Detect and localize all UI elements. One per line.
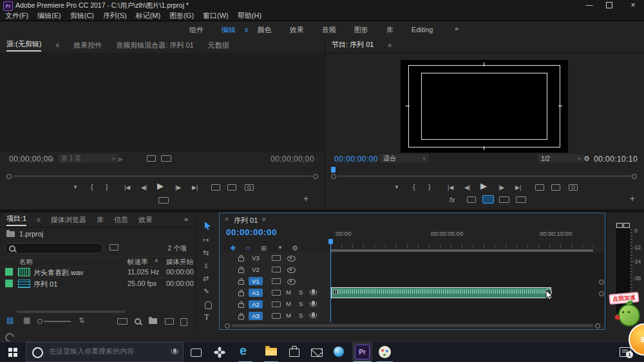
- lock-icon[interactable]: [238, 303, 244, 308]
- mute-button[interactable]: M: [286, 312, 291, 319]
- project-file-name[interactable]: 1.prproj: [19, 230, 43, 238]
- mark-in-icon[interactable]: {: [91, 182, 93, 191]
- timeline-vscroll-top-handle[interactable]: [599, 280, 604, 285]
- step-back-icon[interactable]: ◀|: [141, 183, 147, 192]
- drag-video-audio-icon[interactable]: [158, 197, 169, 204]
- track-badge-a1[interactable]: A1: [249, 289, 263, 297]
- timeline-tab-close-icon[interactable]: ×: [225, 216, 229, 223]
- source-patch-icon[interactable]: [272, 267, 281, 272]
- voiceover-record-icon[interactable]: [312, 301, 315, 305]
- list-view-button[interactable]: ▤: [6, 316, 14, 325]
- tab-audio-clip-mixer[interactable]: 音频剪辑混合器: 序列 01: [116, 41, 193, 50]
- mark-in-icon[interactable]: {: [413, 182, 415, 191]
- menu-graphics[interactable]: 图形(G): [169, 11, 194, 21]
- menu-edit[interactable]: 编辑(E): [37, 11, 61, 21]
- pen-tool-icon[interactable]: ✎: [204, 287, 209, 296]
- palette-app-icon[interactable]: [379, 346, 391, 358]
- playback-resolution-select[interactable]: 1/2˅: [538, 154, 584, 163]
- restore-button[interactable]: [606, 2, 612, 10]
- lock-icon[interactable]: [238, 280, 244, 285]
- tab-source[interactable]: 源:(无剪辑): [6, 39, 41, 52]
- track-select-tool-icon[interactable]: ↦: [203, 236, 209, 244]
- timeline-timecode[interactable]: 00:00:00:00: [226, 227, 277, 237]
- workspace-audio[interactable]: 音频: [313, 25, 345, 35]
- export-frame-icon[interactable]: [569, 184, 578, 191]
- next-page-icon[interactable]: ▶: [118, 155, 123, 164]
- workspace-color[interactable]: 颜色: [249, 25, 281, 35]
- source-patch-icon[interactable]: [272, 278, 281, 284]
- program-scrollbar[interactable]: [337, 175, 632, 177]
- workspace-libraries[interactable]: 库: [377, 25, 402, 35]
- go-to-in-icon[interactable]: |◀: [124, 183, 130, 192]
- program-panel-menu-icon[interactable]: ≡: [388, 42, 392, 49]
- step-back-icon[interactable]: ◀|: [464, 183, 470, 192]
- workspace-overflow-icon[interactable]: »: [455, 24, 459, 32]
- play-button[interactable]: ▶: [157, 182, 164, 191]
- start-button[interactable]: [0, 342, 26, 362]
- workspace-editing-cn[interactable]: 编辑: [213, 25, 245, 35]
- label-color-chip[interactable]: [5, 268, 13, 276]
- ripple-edit-tool-icon[interactable]: ⇆: [203, 249, 209, 257]
- column-media-start[interactable]: 媒体开始: [166, 258, 193, 267]
- go-to-in-icon[interactable]: |◀: [448, 183, 453, 192]
- mark-out-icon[interactable]: }: [106, 182, 108, 191]
- work-area-bar[interactable]: [330, 249, 593, 252]
- track-badge-a3[interactable]: A3: [249, 312, 263, 320]
- track-v3-lane[interactable]: [330, 252, 604, 264]
- mark-out-icon[interactable]: }: [428, 182, 431, 191]
- add-marker-icon[interactable]: ▼: [394, 183, 399, 192]
- timeline-settings-wrench-icon[interactable]: ⚙: [292, 244, 298, 252]
- new-bin-icon[interactable]: [149, 318, 157, 324]
- source-panel-menu-icon[interactable]: ≡: [55, 42, 59, 49]
- timeline-hscroll-right-handle[interactable]: [595, 323, 600, 329]
- source-scrollbar[interactable]: [13, 175, 312, 177]
- timeline-playhead-marker[interactable]: [328, 239, 333, 244]
- project-overflow-icon[interactable]: »: [184, 215, 188, 223]
- program-timecode[interactable]: 00:00:00:00: [334, 155, 378, 164]
- voiceover-record-icon[interactable]: [312, 312, 315, 317]
- track-a2-lane[interactable]: [330, 299, 604, 310]
- workspace-effects[interactable]: 效果: [281, 25, 313, 35]
- hand-tool-icon[interactable]: [205, 301, 212, 309]
- minimize-button[interactable]: —: [585, 1, 594, 8]
- step-forward-icon[interactable]: |▶: [498, 183, 504, 192]
- timeline-playhead-line[interactable]: [330, 244, 331, 322]
- step-forward-icon[interactable]: |▶: [175, 183, 181, 192]
- track-v2-lane[interactable]: [330, 264, 604, 276]
- settings-wrench-icon[interactable]: ⚙: [583, 154, 590, 163]
- automate-to-sequence-icon[interactable]: [117, 318, 128, 325]
- selection-tool-icon[interactable]: [204, 222, 211, 231]
- source-add-button-icon[interactable]: +: [303, 194, 308, 203]
- source-timecode[interactable]: 00;00;00;00: [9, 155, 53, 164]
- timeline-ruler[interactable]: :00:00 00:00:05:00 00:00:10:00: [330, 227, 601, 252]
- track-v1-lane[interactable]: [330, 276, 604, 287]
- tab-effects[interactable]: 效果: [138, 215, 153, 225]
- extract-icon[interactable]: [551, 184, 560, 191]
- tab-media-browser[interactable]: 媒体浏览器: [51, 215, 86, 225]
- new-item-icon[interactable]: [165, 318, 174, 325]
- promo-mascot[interactable]: [618, 304, 640, 327]
- zoom-slider-handle[interactable]: [37, 319, 43, 324]
- settings-grid-icon[interactable]: [147, 155, 156, 162]
- toggle-track-output-icon[interactable]: [287, 279, 296, 285]
- zoom-slider-track[interactable]: [44, 321, 71, 322]
- menu-file[interactable]: 文件(F): [5, 11, 28, 21]
- project-row-audio[interactable]: 片头青喜剧.wav 11,025 Hz 00:00:00: [0, 266, 193, 278]
- lock-icon[interactable]: [238, 292, 244, 296]
- comment-icon[interactable]: [467, 196, 476, 203]
- timeline-hscroll-left-handle[interactable]: [225, 323, 230, 329]
- timeline-tab[interactable]: 序列 01: [234, 216, 258, 225]
- toggle-track-output-icon[interactable]: [287, 256, 296, 262]
- menu-sequence[interactable]: 序列(S): [103, 11, 127, 21]
- source-patch-icon[interactable]: [272, 255, 281, 261]
- zoom-fit-select[interactable]: 适合˅: [380, 154, 429, 163]
- type-tool-icon[interactable]: T: [204, 312, 209, 322]
- tab-effect-controls[interactable]: 效果控件: [73, 41, 102, 50]
- timeline-vscroll-bottom-handle[interactable]: [599, 291, 604, 296]
- menu-clip[interactable]: 剪辑(C): [70, 11, 94, 21]
- add-marker-icon[interactable]: ▼: [278, 245, 283, 251]
- menu-window[interactable]: 窗口(W): [203, 11, 229, 21]
- add-marker-icon[interactable]: ▼: [73, 183, 78, 192]
- source-patch-icon[interactable]: [272, 313, 281, 319]
- linked-selection-icon[interactable]: ⊞: [261, 244, 267, 252]
